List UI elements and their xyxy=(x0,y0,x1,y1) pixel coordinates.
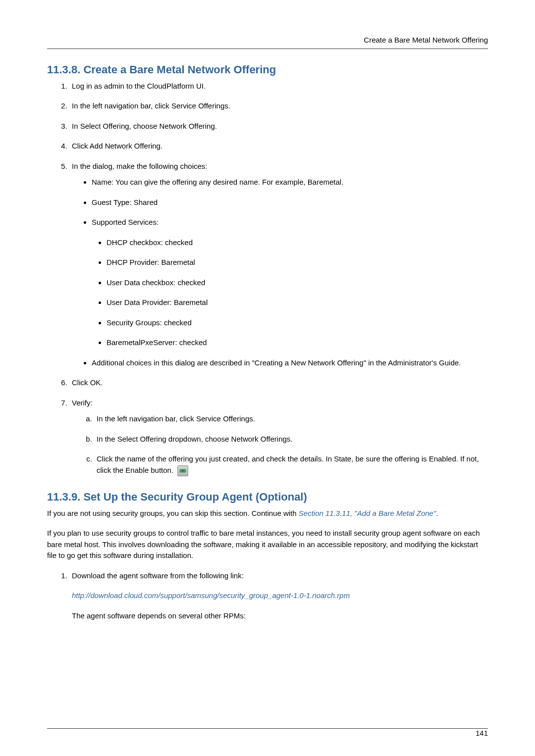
step-7: Verify: In the left navigation bar, clic… xyxy=(69,398,488,476)
download-step-text: Download the agent software from the fol… xyxy=(72,571,244,580)
enable-icon xyxy=(177,465,188,476)
sublist-item: User Data checkbox: checked xyxy=(107,277,488,289)
svg-point-1 xyxy=(182,470,184,472)
page-number: 141 xyxy=(476,728,488,739)
download-step-after: The agent software depends on several ot… xyxy=(72,610,488,622)
step-4: Click Add Network Offering. xyxy=(69,141,488,152)
sublist-dhcp-checkbox: DHCP checkbox: checked xyxy=(107,238,193,247)
step-6-text: Click OK. xyxy=(72,378,103,387)
bullet-additional-choices: Additional choices in this dialog are de… xyxy=(92,357,488,369)
section-heading-11-3-8: 11.3.8. Create a Bare Metal Network Offe… xyxy=(47,61,488,78)
section-11-3-8-steps: Log in as admin to the CloudPlatform UI.… xyxy=(47,81,488,476)
section-11-3-9-steps: Download the agent software from the fol… xyxy=(47,570,488,622)
sublist-security-groups: Security Groups: checked xyxy=(107,318,192,327)
step-2: In the left navigation bar, click Servic… xyxy=(69,101,488,112)
bullet-additional-choices-text: Additional choices in this dialog are de… xyxy=(92,358,461,367)
substep-a: In the left navigation bar, click Servic… xyxy=(94,413,488,425)
sublist-item: Security Groups: checked xyxy=(107,317,488,329)
supported-services-sublist: DHCP checkbox: checked DHCP Provider: Ba… xyxy=(92,237,488,349)
sublist-item: User Data Provider: Baremetal xyxy=(107,297,488,308)
bullet-guest-type-text: Guest Type: Shared xyxy=(92,198,158,206)
section-heading-11-3-9: 11.3.9. Set Up the Security Group Agent … xyxy=(47,489,488,505)
sublist-userdata-checkbox: User Data checkbox: checked xyxy=(107,278,205,287)
bullet-name-text: Name: You can give the offering any desi… xyxy=(92,178,343,186)
bullet-name: Name: You can give the offering any desi… xyxy=(92,177,488,188)
page-header-title: Create a Bare Metal Network Offering xyxy=(364,36,488,44)
step-7-text: Verify: xyxy=(72,399,93,407)
step-3: In Select Offering, choose Network Offer… xyxy=(69,121,488,132)
substep-b: In the Select Offering dropdown, choose … xyxy=(94,434,488,445)
step-3-text: In Select Offering, choose Network Offer… xyxy=(72,122,217,130)
step-4-text: Click Add Network Offering. xyxy=(72,142,162,150)
paragraph-skip-part1: If you are not using security groups, yo… xyxy=(47,509,299,517)
step-1: Log in as admin to the CloudPlatform UI. xyxy=(69,81,488,92)
bullet-supported-services-text: Supported Services: xyxy=(92,218,159,226)
step-1-text: Log in as admin to the CloudPlatform UI. xyxy=(72,82,206,90)
step-6: Click OK. xyxy=(69,377,488,389)
substep-c: Click the name of the offering you just … xyxy=(94,454,488,476)
sublist-item: DHCP Provider: Baremetal xyxy=(107,257,488,268)
step-2-text: In the left navigation bar, click Servic… xyxy=(72,101,230,110)
footer-rule xyxy=(47,728,488,729)
sublist-item: BaremetalPxeServer: checked xyxy=(107,337,488,349)
step-7-substeps: In the left navigation bar, click Servic… xyxy=(72,413,488,476)
paragraph-skip-security: If you are not using security groups, yo… xyxy=(47,508,488,519)
sublist-baremetal-pxe: BaremetalPxeServer: checked xyxy=(107,338,207,347)
step-5-bullets: Name: You can give the offering any desi… xyxy=(72,177,488,368)
page-header: Create a Bare Metal Network Offering xyxy=(47,35,488,49)
bullet-supported-services: Supported Services: DHCP checkbox: check… xyxy=(92,217,488,349)
bullet-guest-type: Guest Type: Shared xyxy=(92,197,488,208)
download-step: Download the agent software from the fol… xyxy=(69,570,488,622)
substep-a-text: In the left navigation bar, click Servic… xyxy=(97,414,255,423)
paragraph-skip-part2: . xyxy=(436,509,438,517)
step-5: In the dialog, make the following choice… xyxy=(69,161,488,369)
paragraph-security-groups-plan: If you plan to use security groups to co… xyxy=(47,528,488,561)
enable-icon-svg xyxy=(179,467,186,474)
download-link[interactable]: http://download.cloud.com/support/samsun… xyxy=(72,591,350,600)
link-section-11-3-11[interactable]: Section 11.3.11, "Add a Bare Metal Zone" xyxy=(299,509,436,517)
sublist-item: DHCP checkbox: checked xyxy=(107,237,488,249)
step-5-text: In the dialog, make the following choice… xyxy=(72,162,208,170)
sublist-dhcp-provider: DHCP Provider: Baremetal xyxy=(107,258,195,266)
substep-c-text: Click the name of the offering you just … xyxy=(97,454,479,474)
sublist-userdata-provider: User Data Provider: Baremetal xyxy=(107,298,208,306)
download-link-wrap: http://download.cloud.com/support/samsun… xyxy=(72,590,488,602)
substep-b-text: In the Select Offering dropdown, choose … xyxy=(97,435,293,443)
